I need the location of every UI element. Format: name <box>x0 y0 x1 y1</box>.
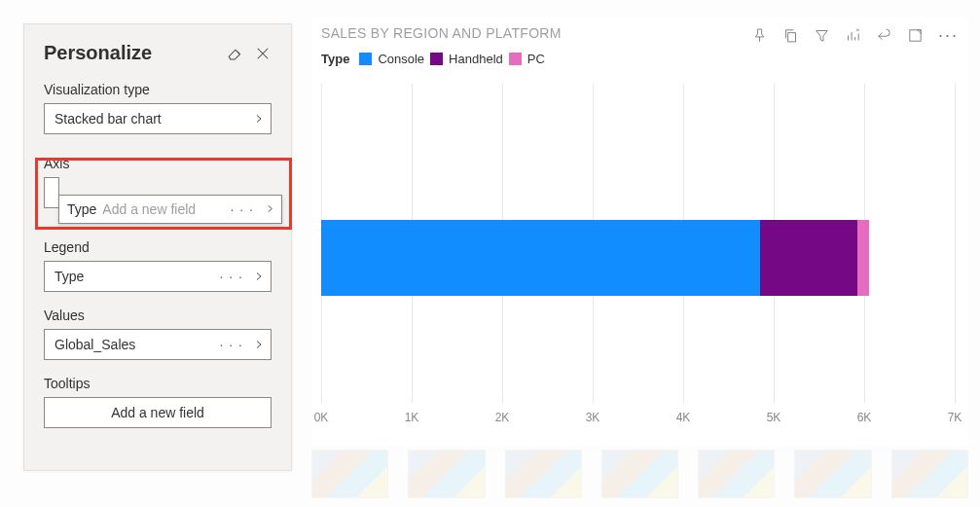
axis-label: Axis <box>44 156 272 171</box>
personalize-panel: Personalize Visualization type Stacked b… <box>23 23 292 471</box>
values-field[interactable]: Global_Sales · · · <box>44 329 272 360</box>
axis-drag-value: Type <box>67 201 96 217</box>
chart-visual: SALES BY REGION AND PLATFORM ··· Type Co… <box>311 18 968 446</box>
chart-legend: Type Console Handheld PC <box>311 48 968 72</box>
axis-tick-label: 1K <box>405 411 419 424</box>
viz-type-value: Stacked bar chart <box>54 111 162 127</box>
panel-title: Personalize <box>44 42 152 64</box>
legend-value: Type <box>54 269 84 284</box>
bar-segment-console[interactable] <box>321 220 760 296</box>
pin-icon[interactable] <box>751 27 769 45</box>
values-value: Global_Sales <box>54 337 135 352</box>
legend-item-label: Handheld <box>449 52 503 66</box>
filter-icon[interactable] <box>814 27 831 45</box>
bar-segment-pc[interactable] <box>857 220 868 296</box>
legend-swatch <box>359 53 372 65</box>
tooltips-label: Tooltips <box>44 376 272 391</box>
more-options-icon[interactable]: · · · <box>231 201 254 217</box>
bar-segment-handheld[interactable] <box>760 220 857 296</box>
legend-item-label: Console <box>378 52 424 66</box>
visual-toolbar: ··· <box>751 25 959 46</box>
axis-tick-label: 5K <box>767 411 781 424</box>
axis-field-empty[interactable] <box>44 177 59 208</box>
chart-title: SALES BY REGION AND PLATFORM <box>321 25 562 41</box>
legend-swatch <box>430 53 443 65</box>
chart-plot-area: 0K1K2K3K4K5K6K7K <box>321 84 955 430</box>
more-options-icon[interactable]: · · · <box>220 330 243 359</box>
chevron-right-icon <box>253 104 265 133</box>
axis-tick-label: 0K <box>314 411 329 424</box>
close-icon[interactable] <box>254 45 272 62</box>
more-options-icon[interactable]: ··· <box>938 25 959 46</box>
values-label: Values <box>44 308 272 323</box>
viz-type-dropdown[interactable]: Stacked bar chart <box>44 103 272 134</box>
axis-tick-label: 2K <box>495 411 510 424</box>
legend-label: Legend <box>44 239 272 255</box>
viz-type-label: Visualization type <box>44 82 272 97</box>
axis-tick-label: 3K <box>586 411 600 424</box>
focus-mode-icon[interactable] <box>907 27 925 45</box>
background-thumbnails <box>311 450 968 498</box>
legend-title: Type <box>321 52 349 66</box>
legend-swatch <box>509 53 522 65</box>
undo-icon[interactable] <box>876 27 893 45</box>
chevron-right-icon <box>253 330 265 359</box>
legend-item-label: PC <box>527 52 545 66</box>
copy-icon[interactable] <box>782 27 800 45</box>
erase-icon[interactable] <box>227 45 244 62</box>
tooltips-add-button[interactable]: Add a new field <box>44 397 272 428</box>
axis-tick-label: 7K <box>948 411 962 424</box>
gridline <box>955 84 956 403</box>
axis-drag-placeholder: Add a new field <box>102 201 196 217</box>
more-options-icon[interactable]: · · · <box>220 262 243 291</box>
chevron-right-icon <box>265 201 275 217</box>
chevron-right-icon <box>253 262 265 291</box>
axis-drag-chip[interactable]: Type Add a new field · · · <box>58 195 282 224</box>
axis-tick-label: 4K <box>676 411 691 424</box>
chart-bar <box>321 220 955 296</box>
legend-field[interactable]: Type · · · <box>44 261 272 292</box>
spotlight-icon[interactable] <box>845 27 862 45</box>
svg-rect-0 <box>788 33 796 42</box>
axis-tick-label: 6K <box>857 411 872 424</box>
